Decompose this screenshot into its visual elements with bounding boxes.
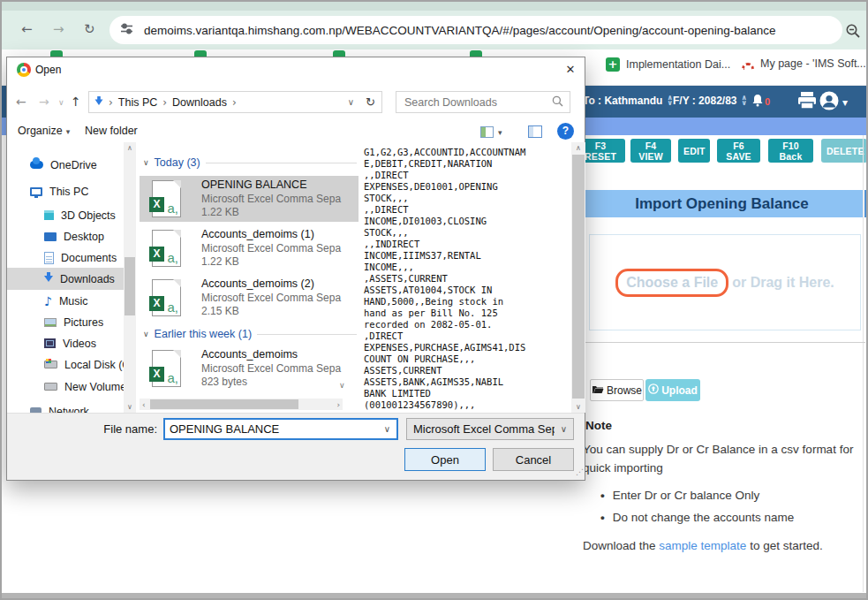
preview-scroll-thumb[interactable] <box>572 155 585 399</box>
up-directory-button[interactable]: ↑ <box>71 95 81 109</box>
group-collapse-icon[interactable]: ∨ <box>143 330 149 338</box>
pictures-icon <box>44 318 57 327</box>
hscroll-thumb[interactable] <box>150 399 298 409</box>
new-folder-button[interactable]: New folder <box>85 125 138 137</box>
sidebar-item-downloads[interactable]: Downloads <box>7 268 124 290</box>
sidebar-item-3d-objects[interactable]: 3D Objects <box>7 204 124 226</box>
upload-button[interactable]: Upload <box>645 379 700 401</box>
group-header-today[interactable]: ∨ Today (3) <box>143 156 357 169</box>
f6-save-button[interactable]: F6 SAVE <box>717 139 760 163</box>
preview-pane-icon[interactable] <box>528 125 542 138</box>
file-row-accounts-demoims[interactable]: Xa, Accounts_demoims Microsoft Excel Com… <box>140 346 359 391</box>
scroll-down-icon[interactable]: ∨ <box>571 403 585 411</box>
file-name-label: File name: <box>102 422 157 436</box>
file-type-select[interactable]: Microsoft Excel Comma Separa ∨ <box>406 418 574 440</box>
sidebar-item-new-volume-g[interactable]: New Volume (G: <box>7 376 124 398</box>
user-menu[interactable]: ▾ <box>819 90 848 114</box>
delete-button[interactable]: DELETE <box>821 139 867 163</box>
dialog-back-button[interactable]: ← <box>16 95 26 109</box>
bell-count: 0 <box>765 96 770 107</box>
file-name-combobox[interactable]: ∨ <box>163 418 398 440</box>
note-bullet-1: •Enter Dr or Cr balance Only <box>600 489 759 502</box>
file-row-accounts-demoims-2[interactable]: Xa, Accounts_demoims (2) Microsoft Excel… <box>140 275 359 321</box>
scroll-right-icon[interactable]: › <box>336 400 340 409</box>
import-title: Import Opening Balance <box>635 195 808 213</box>
sample-template-link[interactable]: sample template <box>659 539 746 552</box>
preview-line: ,ASSETS,CURRENT <box>364 273 570 285</box>
scroll-up-icon[interactable]: ∧ <box>571 144 585 152</box>
preview-scrollbar[interactable]: ∧ ∨ <box>571 142 585 413</box>
dialog-forward-button[interactable]: → <box>39 95 49 109</box>
section-divider <box>581 342 865 343</box>
scroll-up-icon[interactable]: ∧ <box>124 144 136 152</box>
bookmark-implementation[interactable]: + Implementation Dai... <box>606 57 730 72</box>
sidebar-item-music[interactable]: ♪Music <box>7 290 124 312</box>
sidebar-item-this-pc[interactable]: This PC <box>7 180 124 202</box>
sidebar-item-videos[interactable]: Videos <box>7 332 124 354</box>
organize-menu[interactable]: Organize▾ <box>18 125 70 137</box>
history-dropdown-icon[interactable]: ∨ <box>58 98 64 107</box>
sidebar-scroll-thumb[interactable] <box>125 257 135 315</box>
breadcrumb[interactable]: › This PC › Downloads › ∨ <box>88 91 360 113</box>
help-icon[interactable]: ? <box>557 123 574 140</box>
file-dropzone[interactable]: Choose a File or Drag it Here. <box>589 234 861 330</box>
bookmark-my-page[interactable]: My page - 'IMS Soft... <box>742 57 866 70</box>
filelist-horizontal-scrollbar[interactable]: ‹ › <box>140 399 343 410</box>
videos-icon <box>44 338 56 348</box>
new-volume-icon <box>44 383 57 391</box>
dialog-refresh-button[interactable]: ↻ <box>359 91 382 113</box>
sidebar-item-desktop[interactable]: Desktop <box>7 225 124 247</box>
view-options-caret[interactable]: ▾ <box>498 128 502 137</box>
resize-grip[interactable]: ⋰ <box>576 467 584 476</box>
preview-line: INCOME,,, <box>364 262 570 273</box>
fiscal-year-selector[interactable]: F/Y : 2082/83 ∧∨ <box>673 95 747 107</box>
cancel-button[interactable]: Cancel <box>493 448 574 471</box>
url-text[interactable]: demoims.variantqa.himshang.com.np/WEBACC… <box>144 24 776 37</box>
zoom-lens-icon[interactable] <box>845 23 861 42</box>
filelist-scroll-down-icon[interactable]: ∨ <box>339 381 345 390</box>
scroll-down-icon[interactable]: ∨ <box>124 403 136 411</box>
excel-csv-icon: Xa, <box>152 350 181 387</box>
open-button[interactable]: Open <box>404 448 486 471</box>
sidebar-item-documents[interactable]: Documents <box>7 247 124 269</box>
f10-back-button[interactable]: F10 Back <box>768 139 813 163</box>
browser-forward-button[interactable]: → <box>53 21 64 37</box>
browser-back-button[interactable]: ← <box>21 21 33 37</box>
tune-icon[interactable] <box>120 22 133 39</box>
group-header-earlier[interactable]: ∨ Earlier this week (1) <box>143 328 357 340</box>
sidebar-item-pictures[interactable]: Pictures <box>7 311 124 333</box>
breadcrumb-this-pc[interactable]: This PC <box>118 96 157 109</box>
import-header: Import Opening Balance <box>581 190 863 217</box>
sidebar-item-local-disk-c[interactable]: Local Disk (C:) <box>7 353 124 376</box>
dialog-close-button[interactable]: ✕ <box>560 61 581 79</box>
preview-line: COUNT ON PURCHASE,,, <box>364 353 570 365</box>
search-icon <box>552 95 563 110</box>
edit-button[interactable]: EDIT <box>678 139 710 163</box>
print-button[interactable] <box>796 91 818 110</box>
choose-file-button[interactable]: Choose a File <box>615 269 728 297</box>
file-type-dropdown-icon: ∨ <box>555 424 567 434</box>
file-row-opening-balance[interactable]: Xa, OPENING BALANCE Microsoft Excel Comm… <box>140 176 359 222</box>
sidebar-scrollbar[interactable]: ∧ ∨ <box>124 142 136 413</box>
chrome-logo-icon <box>17 63 31 77</box>
view-options-icon[interactable] <box>480 126 494 138</box>
preview-line: ASSETS,AT01004,STOCK IN <box>364 285 570 296</box>
breadcrumb-downloads[interactable]: Downloads <box>172 96 227 109</box>
branch-selector[interactable]: To : Kathmandu ∧∨ <box>583 95 673 107</box>
file-name-dropdown-icon[interactable]: ∨ <box>378 424 396 434</box>
notification-bell[interactable]: 0 <box>751 94 770 110</box>
group-collapse-icon[interactable]: ∨ <box>143 158 149 167</box>
browse-button[interactable]: Browse <box>590 379 644 401</box>
import-header-stub <box>864 190 868 217</box>
f4-view-button[interactable]: F4 VIEW <box>630 139 671 163</box>
preview-line: ,DIRECT <box>364 330 570 342</box>
file-row-accounts-demoims-1[interactable]: Xa, Accounts_demoims (1) Microsoft Excel… <box>140 225 359 271</box>
search-box[interactable] <box>396 91 570 113</box>
search-input[interactable] <box>403 95 552 110</box>
browser-refresh-button[interactable]: ↻ <box>84 21 95 37</box>
sidebar-item-onedrive[interactable]: OneDrive <box>7 154 124 176</box>
address-bar[interactable]: demoims.variantqa.himshang.com.np/WEBACC… <box>109 16 842 44</box>
file-name-input[interactable] <box>165 422 378 437</box>
breadcrumb-dropdown-icon[interactable]: ∨ <box>348 97 354 107</box>
scroll-left-icon[interactable]: ‹ <box>142 400 146 409</box>
